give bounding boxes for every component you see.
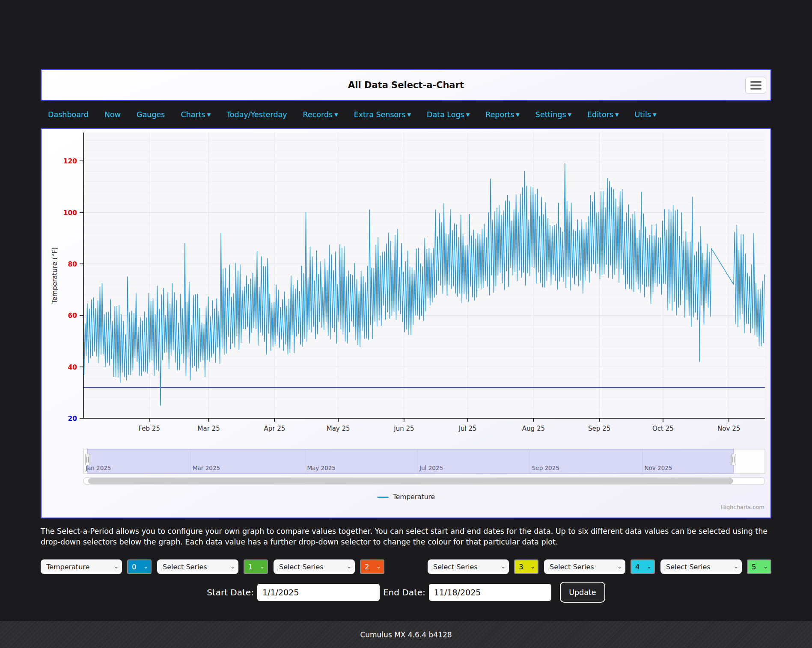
legend-label: Temperature (393, 493, 435, 501)
chevron-down-icon: ▼ (334, 112, 338, 118)
color-select-2[interactable]: 1 (244, 559, 268, 574)
x-tick-label: Feb 25 (139, 425, 160, 432)
x-tick-label: Aug 25 (522, 425, 545, 432)
chart-legend[interactable]: Temperature (42, 493, 770, 501)
chevron-down-icon: ▼ (207, 112, 211, 118)
series-select-3[interactable]: Select Series (274, 559, 355, 574)
x-tick-label: May 25 (327, 425, 350, 432)
start-date-input[interactable] (257, 584, 380, 601)
page-title: All Data Select-a-Chart (348, 80, 464, 90)
color-select-4[interactable]: 3 (514, 559, 538, 574)
series-select-6[interactable]: Select Series (660, 559, 742, 574)
series-select-4[interactable]: Select Series (428, 559, 509, 574)
color-select-1[interactable]: 0 (127, 559, 152, 574)
navigator-month-label: Jul 2025 (419, 465, 443, 471)
main-nav: Dashboard Now Gauges Charts▼ Today/Yeste… (41, 101, 771, 128)
nav-utils[interactable]: Utils▼ (634, 110, 656, 119)
x-tick-label: Mar 25 (198, 425, 220, 432)
selector-group-left: Temperature⌄ 0⌄ Select Series⌄ 1⌄ Select… (41, 559, 384, 574)
hamburger-menu-button[interactable] (745, 77, 766, 94)
app-version: Cumulus MX 4.6.4 b4128 (360, 630, 452, 639)
y-tick-label: 40 (68, 364, 77, 371)
x-tick-label: Jun 25 (393, 425, 414, 432)
nav-records[interactable]: Records▼ (303, 110, 338, 119)
navigator-month-label: Mar 2025 (193, 465, 220, 471)
color-select-6[interactable]: 5 (747, 559, 771, 574)
x-tick-label: Sep 25 (588, 425, 610, 432)
chevron-down-icon: ▼ (466, 112, 470, 118)
navigator-month-label: Nov 2025 (644, 465, 672, 471)
nav-gauges[interactable]: Gauges (137, 110, 165, 119)
chevron-down-icon: ▼ (568, 112, 571, 118)
series-select-5[interactable]: Select Series (544, 559, 625, 574)
y-tick-label: 120 (63, 157, 77, 165)
date-controls: Start Date: End Date: Update (0, 582, 812, 603)
series-select-2[interactable]: Select Series (157, 559, 238, 574)
chevron-down-icon: ▼ (516, 112, 519, 118)
x-tick-label: Nov 25 (717, 425, 740, 432)
page: All Data Select-a-Chart Dashboard Now Ga… (0, 0, 812, 648)
nav-settings[interactable]: Settings▼ (535, 110, 571, 119)
x-tick-label: Oct 25 (652, 425, 674, 432)
nav-dashboard[interactable]: Dashboard (48, 110, 89, 119)
description-text: The Select-a-Period allows you to config… (41, 526, 774, 548)
end-date-label: End Date: (383, 587, 425, 598)
scrollbar-thumb[interactable] (89, 478, 733, 484)
navigator-month-label: May 2025 (307, 465, 336, 471)
color-select-5[interactable]: 4 (631, 559, 655, 574)
series-selector-row: Temperature⌄ 0⌄ Select Series⌄ 1⌄ Select… (41, 559, 771, 574)
end-date-input[interactable] (429, 584, 551, 601)
x-tick-label: Jul 25 (458, 425, 477, 432)
header-bar: All Data Select-a-Chart (41, 69, 771, 101)
y-tick-label: 20 (68, 415, 77, 423)
y-tick-label: 80 (68, 260, 77, 268)
start-date-label: Start Date: (207, 587, 254, 598)
nav-editors[interactable]: Editors▼ (587, 110, 619, 119)
nav-reports[interactable]: Reports▼ (485, 110, 520, 119)
nav-charts[interactable]: Charts▼ (181, 110, 211, 119)
legend-line-swatch (377, 497, 389, 498)
y-tick-label: 60 (68, 312, 77, 320)
highcharts-credit[interactable]: Highcharts.com (721, 504, 764, 510)
hamburger-icon (750, 81, 761, 83)
nav-today-yesterday[interactable]: Today/Yesterday (226, 110, 287, 119)
navigator-handle-left[interactable] (85, 454, 90, 465)
color-select-3[interactable]: 2 (360, 559, 384, 574)
chevron-down-icon: ▼ (615, 112, 619, 118)
navigator-month-label: Sep 2025 (532, 465, 559, 471)
chevron-down-icon: ▼ (653, 112, 656, 118)
y-axis-title: Temperature (°F) (51, 247, 59, 304)
update-button[interactable]: Update (560, 582, 605, 603)
nav-now[interactable]: Now (104, 110, 121, 119)
temperature-chart[interactable]: 20406080100120Feb 25Mar 25Apr 25May 25Ju… (42, 129, 770, 518)
navigator-selected-range[interactable] (88, 449, 734, 473)
x-tick-label: Apr 25 (264, 425, 285, 432)
hamburger-icon (750, 88, 761, 89)
y-tick-label: 100 (63, 209, 77, 217)
nav-extra-sensors[interactable]: Extra Sensors▼ (354, 110, 411, 119)
footer: Cumulus MX 4.6.4 b4128 (0, 621, 812, 648)
chevron-down-icon: ▼ (407, 112, 411, 118)
nav-data-logs[interactable]: Data Logs▼ (427, 110, 470, 119)
series-select-1[interactable]: Temperature (41, 559, 122, 574)
navigator-handle-right[interactable] (731, 454, 736, 465)
navigator-month-label: Jan 2025 (85, 465, 111, 471)
hamburger-icon (750, 84, 761, 86)
chart-panel: 20406080100120Feb 25Mar 25Apr 25May 25Ju… (41, 128, 771, 518)
selector-group-right: Select Series⌄ 3⌄ Select Series⌄ 4⌄ Sele… (428, 559, 771, 574)
